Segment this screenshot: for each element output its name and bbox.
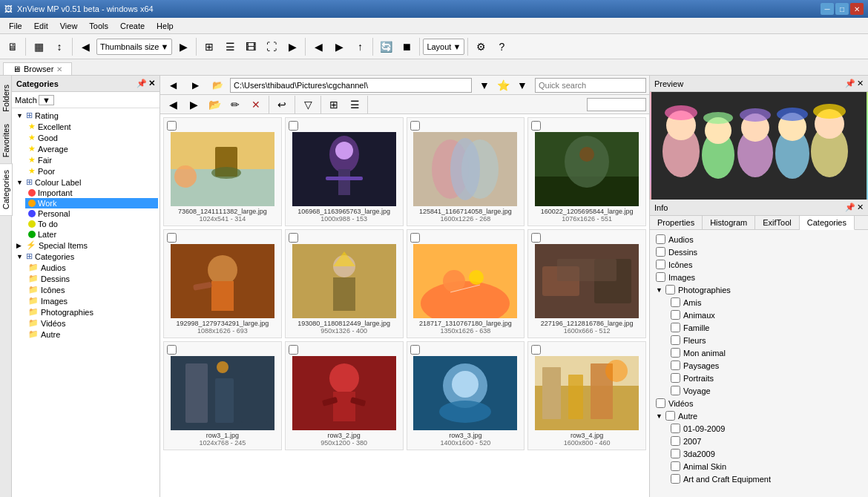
rating-fair[interactable]: ★ Fair	[25, 154, 158, 165]
go-back-btn[interactable]: ◀	[163, 95, 183, 114]
thumb-2-checkbox[interactable]	[289, 121, 298, 131]
menu-file[interactable]: File	[3, 20, 28, 32]
cat-match-dropdown[interactable]: ▼	[39, 95, 54, 105]
info-cat-videos-check[interactable]	[656, 398, 665, 408]
open-folder-btn[interactable]: 📂	[205, 95, 224, 114]
nav-back-btn[interactable]: ◀	[163, 76, 183, 95]
help-button[interactable]: ?	[492, 37, 511, 56]
thumb-10[interactable]: row3_2.jpg 950x1200 - 380	[285, 341, 404, 450]
thumb-4[interactable]: 160022_1205695844_large.jpg 1076x1626 - …	[527, 117, 646, 226]
sidebar-tab-folders[interactable]: Folders	[0, 79, 12, 118]
sort-button[interactable]: ↕	[50, 37, 69, 56]
info-cat-autre-check[interactable]	[665, 411, 675, 421]
thumb-12[interactable]: row3_4.jpg 1600x800 - 460	[527, 341, 646, 450]
info-cat-dessins-check[interactable]	[656, 247, 665, 257]
cat-pin-button[interactable]: 📌	[137, 79, 147, 88]
maximize-button[interactable]: □	[835, 3, 849, 15]
go-forward-btn[interactable]: ▶	[184, 95, 203, 114]
thumb-11-checkbox[interactable]	[410, 345, 420, 355]
favorite-dropdown-btn[interactable]: ▼	[513, 76, 532, 95]
menu-view[interactable]: View	[54, 20, 84, 32]
info-cat-portraits-check[interactable]	[671, 373, 680, 383]
rating-section[interactable]: ▼ ⊞ Rating	[13, 110, 158, 121]
filmstrip-button[interactable]: 🎞	[241, 37, 260, 56]
info-cat-autre-section[interactable]: ▼ Autre	[653, 409, 865, 422]
thumbnails-size-up[interactable]: ▶	[174, 37, 193, 56]
special-items-section[interactable]: ▶ ⚡ Special Items	[13, 240, 158, 251]
browser-tab-close[interactable]: ✕	[56, 65, 62, 73]
info-cat-mon-animal-check[interactable]	[671, 348, 680, 358]
info-cat-animal-skin-check[interactable]	[671, 461, 680, 471]
menu-edit[interactable]: Edit	[28, 20, 54, 32]
list-btn[interactable]: ☰	[345, 95, 364, 114]
minimize-button[interactable]: ─	[821, 3, 834, 15]
grid-view-button[interactable]: ⊞	[200, 37, 219, 56]
colour-important[interactable]: Important	[25, 188, 158, 198]
rating-good[interactable]: ★ Good	[25, 132, 158, 143]
cat-close-button[interactable]: ✕	[148, 79, 155, 88]
refresh-button[interactable]: 🔄	[376, 37, 395, 56]
info-cat-fleurs-check[interactable]	[671, 335, 680, 345]
cat-autre[interactable]: 📁 Autre	[25, 329, 158, 340]
thumb-2[interactable]: 106968_1163965763_large.jpg 1000x988 - 1…	[285, 117, 404, 226]
layout-dropdown[interactable]: Layout ▼	[423, 39, 464, 55]
thumb-6-checkbox[interactable]	[289, 233, 298, 243]
nav-forward-btn[interactable]: ▶	[185, 76, 205, 95]
thumb-8[interactable]: 227196_1212816786_large.jpg 1600x666 - 5…	[527, 229, 646, 338]
info-pin-button[interactable]: 📌	[845, 203, 855, 212]
browse-button[interactable]: 🖥	[3, 37, 22, 56]
browser-tab[interactable]: 🖥 Browser ✕	[3, 62, 72, 75]
address-input[interactable]	[230, 78, 472, 93]
rating-poor[interactable]: ★ Poor	[25, 165, 158, 177]
grid-btn[interactable]: ⊞	[324, 95, 343, 114]
preview-close-button[interactable]: ✕	[857, 79, 864, 88]
rating-excellent[interactable]: ★ Excellent	[25, 121, 158, 132]
colour-later[interactable]: Later	[25, 229, 158, 240]
nav-back[interactable]: ◀	[309, 37, 328, 56]
sidebar-tab-categories[interactable]: Categories	[0, 163, 13, 216]
info-cat-animaux-check[interactable]	[671, 310, 680, 320]
colour-todo[interactable]: To do	[25, 219, 158, 229]
info-cat-audios-check[interactable]	[656, 234, 665, 244]
info-cat-voyage-check[interactable]	[671, 386, 680, 395]
detail-view-button[interactable]: ☰	[220, 37, 240, 56]
info-cat-images-check[interactable]	[656, 272, 665, 282]
thumb-3[interactable]: 125841_1166714058_large.jpg 1600x1226 - …	[407, 117, 525, 226]
rating-average[interactable]: ★ Average	[25, 143, 158, 154]
settings-button[interactable]: ⚙	[471, 37, 490, 56]
thumb-6[interactable]: 193080_1180812449_large.jpg 950x1326 - 4…	[285, 229, 404, 338]
cat-audios[interactable]: 📁 Audios	[25, 262, 158, 273]
info-close-button[interactable]: ✕	[857, 203, 864, 212]
thumb-9-checkbox[interactable]	[167, 345, 177, 355]
view-mode-button[interactable]: ▦	[29, 37, 48, 56]
info-cat-2007-check[interactable]	[671, 436, 680, 446]
colour-label-section[interactable]: ▼ ⊞ Colour Label	[13, 177, 158, 188]
nav-forward[interactable]: ▶	[329, 37, 349, 56]
delete-btn[interactable]: ✕	[246, 95, 266, 114]
info-cat-famille-check[interactable]	[671, 323, 680, 332]
nav-up[interactable]: ↑	[350, 37, 369, 56]
info-cat-photographies-section[interactable]: ▼ Photographies	[653, 283, 865, 296]
categories-section[interactable]: ▼ ⊞ Categories	[13, 251, 158, 262]
info-cat-icones-check[interactable]	[656, 260, 665, 269]
slideshow-button[interactable]: ▶	[283, 37, 302, 56]
cat-icones[interactable]: 📁 Icônes	[25, 284, 158, 295]
menu-tools[interactable]: Tools	[83, 20, 114, 32]
info-cat-art-craft-check[interactable]	[671, 474, 680, 484]
cat-dessins[interactable]: 📁 Dessins	[25, 273, 158, 284]
thumbnails-size-down[interactable]: ◀	[76, 37, 95, 56]
thumb-5[interactable]: 192998_1279734291_large.jpg 1088x1626 - …	[163, 229, 282, 338]
fullscreen-button[interactable]: ⛶	[262, 37, 281, 56]
edit-btn[interactable]: ✏	[226, 95, 245, 114]
menu-create[interactable]: Create	[114, 20, 151, 32]
search-input[interactable]	[535, 78, 646, 93]
tab-categories[interactable]: Categories	[800, 216, 855, 230]
thumbnails-size-dropdown[interactable]: Thumbnails size ▼	[96, 39, 172, 55]
tab-histogram[interactable]: Histogram	[703, 216, 755, 229]
menu-help[interactable]: Help	[151, 20, 180, 32]
thumb-1[interactable]: 73608_1241111382_large.jpg 1024x541 - 31…	[163, 117, 282, 226]
colour-personal[interactable]: Personal	[25, 208, 158, 219]
cat-images[interactable]: 📁 Images	[25, 295, 158, 306]
colour-work[interactable]: Work	[25, 198, 158, 208]
thumb-7-checkbox[interactable]	[410, 233, 420, 243]
